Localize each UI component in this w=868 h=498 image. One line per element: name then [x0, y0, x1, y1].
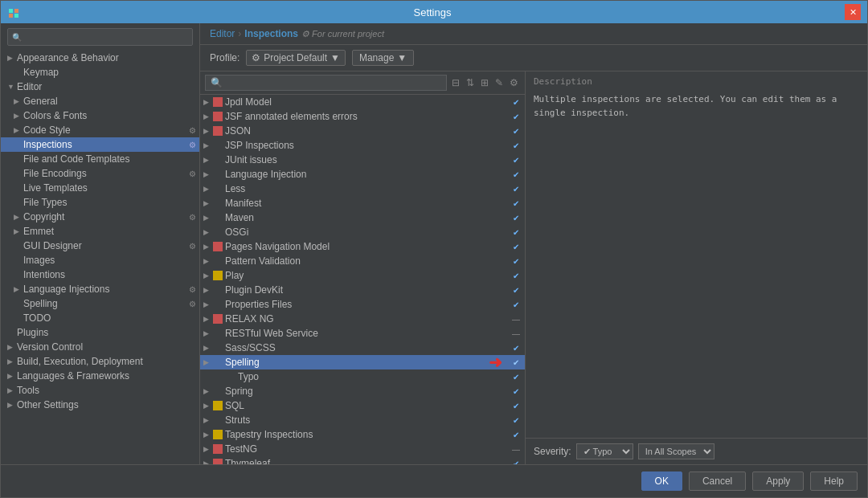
sidebar-item-version-control[interactable]: ▶ Version Control: [1, 340, 199, 354]
checkbox[interactable]: ✔: [510, 183, 522, 194]
insp-row-play[interactable]: ▶ Play ✔: [200, 268, 525, 283]
checkbox[interactable]: ✔: [510, 255, 522, 267]
checkbox[interactable]: ✔: [510, 125, 522, 137]
insp-row-testng[interactable]: ▶ TestNG —: [200, 442, 525, 456]
sidebar-item-tools[interactable]: ▶ Tools: [1, 383, 199, 398]
insp-row-osgi[interactable]: ▶ OSGi ✔: [200, 225, 525, 239]
insp-row-sql[interactable]: ▶ SQL ✔: [200, 398, 525, 413]
insp-row-jpdl[interactable]: ▶ Jpdl Model ✔: [200, 95, 525, 109]
checkbox[interactable]: —: [510, 313, 522, 325]
insp-row-junit[interactable]: ▶ JUnit issues ✔: [200, 153, 525, 167]
sidebar-item-build[interactable]: ▶ Build, Execution, Deployment: [1, 354, 199, 369]
insp-row-thymeleaf[interactable]: ▶ Thymeleaf ✔: [200, 456, 525, 464]
insp-row-less[interactable]: ▶ Less ✔: [200, 182, 525, 196]
checkbox[interactable]: ✔: [510, 140, 522, 151]
checkbox[interactable]: ✔: [510, 458, 522, 464]
apply-button[interactable]: Apply: [752, 471, 804, 491]
insp-row-json[interactable]: ▶ JSON ✔: [200, 124, 525, 138]
sidebar-item-label: Tools: [17, 385, 39, 396]
sort-button[interactable]: ⇅: [465, 76, 476, 90]
checkbox[interactable]: ✔: [510, 342, 522, 353]
sidebar-item-gui-designer[interactable]: GUI Designer ⚙: [1, 239, 199, 253]
severity-indicator: [215, 372, 224, 382]
sidebar-item-keymap[interactable]: Keymap: [1, 65, 199, 80]
edit-button[interactable]: ✎: [493, 76, 505, 90]
checkbox[interactable]: ✔: [510, 414, 522, 426]
insp-row-jsf[interactable]: ▶ JSF annotated elements errors ✔: [200, 109, 525, 124]
filter-button[interactable]: ⊟: [450, 76, 461, 90]
scope-select[interactable]: In All Scopes: [638, 443, 714, 459]
checkbox[interactable]: ✔: [510, 111, 522, 122]
insp-name: Maven: [225, 212, 508, 223]
insp-row-jsp[interactable]: ▶ JSP Inspections ✔: [200, 138, 525, 153]
checkbox[interactable]: ✔: [510, 241, 522, 252]
settings-button[interactable]: ⚙: [508, 76, 520, 90]
sidebar-item-file-types[interactable]: File Types: [1, 195, 199, 210]
checkbox[interactable]: ✔: [510, 212, 522, 223]
sidebar-item-intentions[interactable]: Intentions: [1, 267, 199, 282]
sidebar-item-colors-fonts[interactable]: ▶ Colors & Fonts: [1, 108, 199, 123]
sidebar-item-general[interactable]: ▶ General: [1, 94, 199, 108]
breadcrumb-link[interactable]: Editor: [210, 28, 235, 39]
sidebar-search-box[interactable]: 🔍: [7, 28, 193, 46]
manage-button[interactable]: Manage ▼: [352, 50, 414, 66]
sidebar-item-copyright[interactable]: ▶ Copyright ⚙: [1, 210, 199, 224]
sidebar-item-appearance[interactable]: ▶ Appearance & Behavior: [1, 51, 199, 65]
checkbox[interactable]: ✔: [510, 154, 522, 165]
sidebar-item-spelling[interactable]: Spelling ⚙: [1, 296, 199, 311]
insp-row-pattern-val[interactable]: ▶ Pattern Validation ✔: [200, 254, 525, 268]
insp-row-spelling[interactable]: ▶ Spelling ➜ ✔: [200, 355, 525, 369]
insp-row-properties[interactable]: ▶ Properties Files ✔: [200, 297, 525, 312]
sidebar-item-editor[interactable]: ▼ Editor: [1, 80, 199, 94]
help-button[interactable]: Help: [810, 471, 858, 491]
insp-row-maven[interactable]: ▶ Maven ✔: [200, 210, 525, 225]
sidebar-item-todo[interactable]: TODO: [1, 311, 199, 325]
checkbox[interactable]: ✔: [510, 357, 522, 368]
sidebar-item-other[interactable]: ▶ Other Settings: [1, 398, 199, 412]
insp-row-relax[interactable]: ▶ RELAX NG —: [200, 312, 525, 326]
insp-row-restful[interactable]: ▶ RESTful Web Service —: [200, 326, 525, 341]
sidebar-item-plugins[interactable]: Plugins: [1, 325, 199, 340]
checkbox[interactable]: ✔: [510, 96, 522, 108]
sidebar-item-languages[interactable]: ▶ Languages & Frameworks: [1, 369, 199, 383]
insp-row-spring[interactable]: ▶ Spring ✔: [200, 384, 525, 398]
checkbox[interactable]: —: [510, 328, 522, 339]
insp-row-struts[interactable]: ▶ Struts ✔: [200, 413, 525, 427]
insp-row-pages-nav[interactable]: ▶ Pages Navigation Model ✔: [200, 239, 525, 254]
sidebar-item-inspections[interactable]: Inspections ⚙: [1, 137, 199, 152]
insp-row-typo[interactable]: Typo ✔: [200, 369, 525, 384]
sidebar-item-images[interactable]: Images: [1, 253, 199, 267]
close-button[interactable]: ✕: [845, 4, 861, 20]
sidebar-item-file-encodings[interactable]: File Encodings ⚙: [1, 166, 199, 181]
cancel-button[interactable]: Cancel: [689, 471, 746, 491]
checkbox[interactable]: ✔: [510, 429, 522, 440]
checkbox[interactable]: ✔: [510, 371, 522, 382]
severity-select[interactable]: ✔ Typo Warning Error: [576, 443, 633, 459]
insp-row-tapestry[interactable]: ▶ Tapestry Inspections ✔: [200, 427, 525, 442]
sidebar-item-language-injections[interactable]: ▶ Language Injections ⚙: [1, 282, 199, 296]
insp-row-manifest[interactable]: ▶ Manifest ✔: [200, 196, 525, 210]
checkbox[interactable]: ✔: [510, 270, 522, 281]
checkbox[interactable]: ✔: [510, 198, 522, 209]
insp-row-plugin-devkit[interactable]: ▶ Plugin DevKit ✔: [200, 283, 525, 297]
checkbox[interactable]: ✔: [510, 284, 522, 296]
inspections-search-input[interactable]: [205, 75, 447, 91]
expand-button[interactable]: ⊞: [479, 76, 490, 90]
sidebar-search-input[interactable]: [7, 28, 193, 46]
checkbox[interactable]: ✔: [510, 400, 522, 411]
checkbox[interactable]: ✔: [510, 386, 522, 397]
checkbox[interactable]: ✔: [510, 227, 522, 238]
insp-row-lang-inject[interactable]: ▶ Language Injection ✔: [200, 167, 525, 182]
sidebar-item-code-style[interactable]: ▶ Code Style ⚙: [1, 123, 199, 137]
checkbox[interactable]: —: [510, 443, 522, 455]
sidebar-item-live-templates[interactable]: Live Templates: [1, 181, 199, 195]
sidebar-item-file-templates[interactable]: File and Code Templates: [1, 152, 199, 166]
severity-indicator: [213, 242, 223, 251]
sidebar-item-emmet[interactable]: ▶ Emmet: [1, 224, 199, 239]
checkbox[interactable]: ✔: [510, 299, 522, 310]
arrow-icon: ▶: [203, 402, 213, 410]
checkbox[interactable]: ✔: [510, 169, 522, 180]
profile-select[interactable]: ⚙ Project Default ▼: [246, 50, 346, 66]
ok-button[interactable]: OK: [641, 471, 682, 491]
insp-row-sass[interactable]: ▶ Sass/SCSS ✔: [200, 341, 525, 355]
